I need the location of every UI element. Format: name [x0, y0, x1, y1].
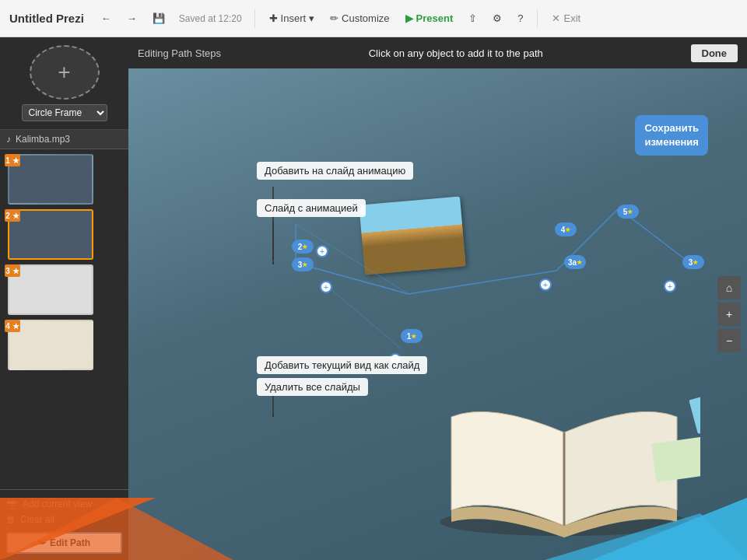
share-button[interactable]: ⇧: [464, 9, 482, 27]
annotation-clear-all: Удалить все слайды: [257, 378, 368, 396]
slide-item-1[interactable]: 1 ★: [5, 154, 124, 205]
annotation-add-animation-text: Добавить на слайд анимацию: [257, 162, 413, 180]
saved-timestamp: Saved at 12:20: [179, 13, 242, 24]
clear-all-action[interactable]: 🗑 Clear all: [6, 512, 122, 527]
slide-thumbnail-3: [8, 264, 93, 315]
annotation-slide-animation: Слайд с анимацией: [257, 199, 366, 217]
svg-line-15: [323, 282, 401, 348]
close-icon: ✕: [552, 12, 560, 24]
svg-line-11: [409, 271, 556, 294]
nav-controls: ⌂ + −: [717, 276, 741, 352]
canvas-area[interactable]: Editing Path Steps Click on any object t…: [128, 37, 747, 560]
book-illustration: [428, 370, 700, 544]
path-node-3a[interactable]: 3a ★: [564, 255, 586, 269]
pencil-icon: ✏: [330, 12, 338, 24]
main-layout: + Circle Frame ♪ Kalimba.mp3 1 ★ 2 ★: [0, 37, 747, 560]
path-node-1[interactable]: 1 ★: [401, 329, 423, 343]
landscape-photo: [359, 197, 465, 275]
slide-preview-3: [9, 266, 92, 313]
slide-number-3: 3 ★: [5, 264, 20, 277]
save-bubble-line1: Сохранить: [644, 121, 699, 135]
top-bar: Untitled Prezi ← → 💾 Saved at 12:20 ✚ In…: [0, 0, 747, 37]
customize-button[interactable]: ✏ Customize: [325, 9, 394, 27]
settings-button[interactable]: ⚙: [488, 9, 507, 27]
path-plus-2[interactable]: +: [539, 278, 552, 291]
editing-path-label: Editing Path Steps: [138, 47, 221, 59]
frame-type-select[interactable]: Circle Frame: [22, 104, 107, 121]
nav-home-button[interactable]: ⌂: [717, 276, 741, 299]
svg-point-19: [272, 257, 274, 260]
annotation-clear-all-text: Удалить все слайды: [257, 378, 368, 396]
svg-rect-2: [689, 388, 700, 434]
sidebar-bottom: 📷 Add current view 🗑 Clear all ✏ Edit Pa…: [0, 489, 128, 560]
canvas-background: Сохранить изменения: [128, 68, 747, 560]
save-changes-bubble: Сохранить изменения: [635, 115, 708, 156]
slide-number-1: 1 ★: [5, 154, 20, 166]
svg-rect-4: [651, 437, 700, 483]
annotation-add-view: Добавить текущий вид как слайд: [257, 356, 427, 374]
slide-thumbnail-2: [8, 209, 93, 260]
path-icon: ✏: [38, 537, 46, 548]
slide-thumbnail-4: [8, 320, 93, 370]
slide-preview-1: [9, 156, 92, 203]
path-plus-1[interactable]: +: [320, 281, 332, 293]
path-node-3[interactable]: 3 ★: [292, 257, 314, 271]
slide-preview-4: [9, 321, 92, 369]
path-plus-5[interactable]: +: [316, 245, 328, 257]
path-node-3c[interactable]: 3 ★: [682, 255, 704, 269]
undo-button[interactable]: ←: [96, 9, 116, 27]
play-icon: ▶: [405, 12, 413, 24]
help-button[interactable]: ?: [513, 9, 528, 27]
slide-preview-2: [9, 211, 92, 258]
path-plus-3[interactable]: +: [664, 280, 676, 292]
edit-path-button[interactable]: ✏ Edit Path: [6, 532, 122, 554]
sidebar: + Circle Frame ♪ Kalimba.mp3 1 ★ 2 ★: [0, 37, 128, 560]
trash-icon: 🗑: [6, 514, 16, 525]
slide-item-2[interactable]: 2 ★: [5, 209, 124, 260]
annotation-add-view-text: Добавить текущий вид как слайд: [257, 356, 427, 374]
nav-zoom-in-button[interactable]: +: [717, 303, 741, 326]
slide-item-3[interactable]: 3 ★: [5, 264, 124, 315]
camera-icon: 📷: [6, 499, 18, 509]
plus-icon: +: [58, 60, 70, 85]
slides-list: 1 ★ 2 ★ 3 ★ 4 ★: [0, 149, 128, 489]
separator: [254, 9, 255, 28]
zoom-out-icon: −: [726, 334, 732, 347]
path-node-4[interactable]: 4 ★: [555, 222, 577, 236]
insert-icon: ✚: [269, 12, 278, 24]
done-button[interactable]: Done: [691, 44, 738, 62]
slide-item-4[interactable]: 4 ★: [5, 320, 124, 370]
insert-button[interactable]: ✚ Insert ▾: [265, 9, 320, 27]
audio-bar: ♪ Kalimba.mp3: [0, 130, 128, 149]
editing-path-instruction: Click on any object to add it to the pat…: [369, 47, 543, 59]
audio-filename: Kalimba.mp3: [16, 134, 70, 145]
present-button[interactable]: ▶ Present: [401, 9, 458, 27]
exit-button[interactable]: ✕ Exit: [547, 9, 585, 27]
path-node-2[interactable]: 2 ★: [292, 240, 314, 254]
path-node-5[interactable]: 5 ★: [617, 205, 639, 219]
svg-point-17: [272, 262, 274, 264]
annotation-slide-animation-text: Слайд с анимацией: [257, 199, 366, 217]
save-bubble-line2: изменения: [644, 135, 699, 149]
save-button[interactable]: 💾: [148, 9, 170, 27]
add-current-view-action[interactable]: 📷 Add current view: [6, 496, 122, 512]
zoom-in-icon: +: [726, 308, 732, 320]
slide-number-4: 4 ★: [5, 320, 20, 332]
node-label-3a: 3a: [568, 258, 577, 267]
separator2: [537, 9, 538, 28]
app-title: Untitled Prezi: [9, 12, 84, 25]
home-icon: ⌂: [726, 282, 732, 294]
nav-zoom-out-button[interactable]: −: [717, 329, 741, 352]
music-icon: ♪: [6, 134, 11, 145]
annotation-add-animation: Добавить на слайд анимацию: [257, 162, 413, 180]
edit-path-bar: Editing Path Steps Click on any object t…: [128, 37, 747, 68]
slide-number-2: 2 ★: [5, 209, 20, 222]
redo-button[interactable]: →: [122, 9, 142, 27]
sidebar-frame-section: + Circle Frame: [0, 37, 128, 130]
svg-point-21: [272, 415, 274, 417]
add-frame-button[interactable]: +: [30, 45, 100, 100]
slide-thumbnail-1: [8, 154, 93, 205]
